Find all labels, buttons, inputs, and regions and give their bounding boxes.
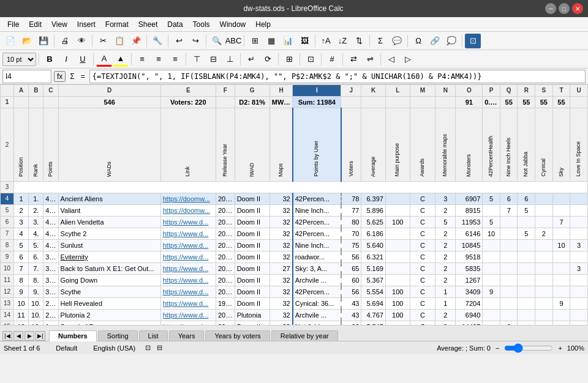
cell-t7[interactable] bbox=[552, 228, 570, 240]
col-header-d[interactable]: D bbox=[58, 85, 160, 97]
cell-c8[interactable]: 423 bbox=[43, 240, 58, 251]
cell-e12[interactable]: https://www.d... bbox=[160, 286, 216, 298]
cell-j9[interactable]: 56 bbox=[341, 251, 361, 263]
cell-l13[interactable]: 100 bbox=[385, 298, 410, 310]
cell-d6[interactable]: Alien Vendetta bbox=[58, 217, 160, 228]
cell-a8[interactable]: 5 bbox=[13, 240, 28, 251]
print-btn[interactable]: 🖨 bbox=[57, 34, 73, 48]
underline-btn[interactable]: U bbox=[75, 52, 91, 67]
cell-q13[interactable] bbox=[500, 298, 518, 310]
cell-r6[interactable] bbox=[518, 217, 535, 228]
cell-b12[interactable]: 9. bbox=[29, 286, 43, 298]
menu-sheet[interactable]: Sheet bbox=[134, 19, 162, 30]
cell-s11[interactable] bbox=[535, 275, 553, 286]
cell-e4[interactable]: https://doomw... bbox=[160, 193, 216, 205]
cell-u10[interactable]: 3 bbox=[570, 263, 588, 275]
special-char-btn[interactable]: Ω bbox=[410, 34, 426, 48]
cell-q10[interactable] bbox=[500, 263, 518, 275]
zoom-slider[interactable] bbox=[504, 343, 553, 353]
cell-d2[interactable]: WADs bbox=[58, 108, 160, 182]
col-header-c[interactable]: C bbox=[43, 85, 58, 97]
cell-k2[interactable]: Average bbox=[361, 108, 386, 182]
cell-s8[interactable] bbox=[535, 240, 553, 251]
cell-l4[interactable] bbox=[385, 193, 410, 205]
cell-o5[interactable]: 8915 bbox=[456, 205, 483, 217]
cell-p11[interactable] bbox=[483, 275, 500, 286]
cell-k1[interactable] bbox=[361, 97, 386, 108]
cell-u8[interactable]: 3 bbox=[570, 240, 588, 251]
cell-j5[interactable]: 77 bbox=[341, 205, 361, 217]
cell-c11[interactable]: 322 bbox=[43, 275, 58, 286]
copy-btn[interactable]: 📋 bbox=[111, 34, 127, 48]
cell-k12[interactable]: 5.554 bbox=[361, 286, 386, 298]
cell-p9[interactable] bbox=[483, 251, 500, 263]
cell-m11[interactable]: C bbox=[410, 275, 435, 286]
cell-b8[interactable]: 5. bbox=[29, 240, 43, 251]
cell-p13[interactable] bbox=[483, 298, 500, 310]
cell-d9[interactable]: Eviternity bbox=[58, 251, 160, 263]
menu-help[interactable]: Help bbox=[251, 19, 276, 30]
font-color-btn[interactable]: A bbox=[96, 52, 112, 67]
cell-o10[interactable]: 5835 bbox=[456, 263, 483, 275]
cell-f15[interactable]: 2010 bbox=[216, 321, 235, 325]
cell-k13[interactable]: 5.694 bbox=[361, 298, 386, 310]
cell-c15[interactable]: 183 bbox=[43, 321, 58, 325]
cell-d11[interactable]: Going Down bbox=[58, 275, 160, 286]
cell-b10[interactable]: 7. bbox=[29, 263, 43, 275]
table-btn[interactable]: ⊞ bbox=[247, 34, 263, 48]
cell-n12[interactable]: 1 bbox=[435, 286, 456, 298]
cell-g5[interactable]: Doom II bbox=[235, 205, 270, 217]
cell-q1[interactable]: 55 bbox=[500, 97, 518, 108]
cell-n7[interactable]: 2 bbox=[435, 228, 456, 240]
cell-m1[interactable] bbox=[410, 97, 435, 108]
cell-j7[interactable]: 70 bbox=[341, 228, 361, 240]
cell-e5[interactable]: https://doomw... bbox=[160, 205, 216, 217]
cell-b9[interactable]: 6. bbox=[29, 251, 43, 263]
cell-d5[interactable]: Valiant bbox=[58, 205, 160, 217]
align-left-btn[interactable]: ≡ bbox=[134, 52, 150, 67]
spell-btn[interactable]: ABC bbox=[225, 34, 241, 48]
cell-n13[interactable]: 1 bbox=[435, 298, 456, 310]
cell-h9[interactable]: 32 bbox=[270, 251, 292, 263]
cell-o7[interactable]: 6146 bbox=[456, 228, 483, 240]
menu-view[interactable]: View bbox=[47, 19, 72, 30]
cell-r4[interactable]: 6 bbox=[518, 193, 535, 205]
cell-o6[interactable]: 11953 bbox=[456, 217, 483, 228]
cell-l12[interactable]: 100 bbox=[385, 286, 410, 298]
cell-m10[interactable]: C bbox=[410, 263, 435, 275]
cell-u14[interactable] bbox=[570, 310, 588, 321]
cell-i6[interactable]: 42Percen... bbox=[293, 217, 341, 228]
cell-u4[interactable] bbox=[570, 193, 588, 205]
cell-u6[interactable] bbox=[570, 217, 588, 228]
cell-e14[interactable]: https://www.d... bbox=[160, 310, 216, 321]
cell-b4[interactable]: 1. bbox=[29, 193, 43, 205]
close-button[interactable]: ✕ bbox=[572, 3, 583, 14]
col-header-f[interactable]: F bbox=[216, 85, 235, 97]
tab-relative-by-year[interactable]: Relative by year bbox=[271, 330, 338, 341]
cell-j14[interactable]: 43 bbox=[341, 310, 361, 321]
col-header-r[interactable]: R bbox=[518, 85, 535, 97]
cell-h10[interactable]: 27 bbox=[270, 263, 292, 275]
cell-n8[interactable]: 2 bbox=[435, 240, 456, 251]
cell-e7[interactable]: https://www.d... bbox=[160, 228, 216, 240]
cell-t10[interactable] bbox=[552, 263, 570, 275]
col-header-t[interactable]: T bbox=[552, 85, 570, 97]
cell-c5[interactable]: 454 bbox=[43, 205, 58, 217]
cell-k6[interactable]: 5.625 bbox=[361, 217, 386, 228]
cell-i12[interactable]: 42Percen... bbox=[293, 286, 341, 298]
cell-g6[interactable]: Doom II bbox=[235, 217, 270, 228]
cell-r14[interactable] bbox=[518, 310, 535, 321]
cell-r10[interactable] bbox=[518, 263, 535, 275]
cell-g8[interactable]: Doom II bbox=[235, 240, 270, 251]
cell-t1[interactable]: 55 bbox=[552, 97, 570, 108]
cell-d13[interactable]: Hell Revealed bbox=[58, 298, 160, 310]
cell-r8[interactable] bbox=[518, 240, 535, 251]
cell-d14[interactable]: Plutonia 2 bbox=[58, 310, 160, 321]
cell-b6[interactable]: 3. bbox=[29, 217, 43, 228]
cell-t5[interactable] bbox=[552, 205, 570, 217]
indent-more-btn[interactable]: ▷ bbox=[400, 52, 416, 67]
italic-btn[interactable]: I bbox=[58, 52, 74, 67]
cell-a11[interactable]: 8 bbox=[13, 275, 28, 286]
col-header-s[interactable]: S bbox=[535, 85, 553, 97]
col-header-b[interactable]: B bbox=[29, 85, 43, 97]
